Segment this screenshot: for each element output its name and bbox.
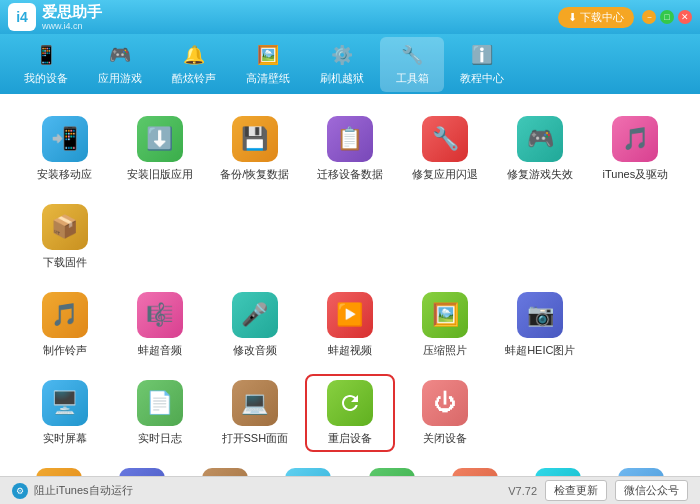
tool-icon-convert-heic: 📷 (517, 292, 563, 338)
tool-icon-convert-video: ▶️ (327, 292, 373, 338)
tool-icon-fix-game: 🎮 (517, 116, 563, 162)
tool-download-fw[interactable]: 📦 下载固件 (20, 198, 109, 276)
tool-fix-game[interactable]: 🎮 修复游戏失效 (496, 110, 585, 188)
tool-grid-row2: 🎵 制作铃声 🎼 蚌超音频 🎤 修改音频 ▶️ 蚌超视频 🖼️ 压缩照片 📷 蚌… (20, 286, 680, 364)
nav-label-apps: 应用游戏 (98, 71, 142, 86)
tool-open-ssh[interactable]: 💻 打开SSH面面 (210, 374, 299, 452)
nav-item-toolbox[interactable]: 🔧 工具箱 (380, 37, 444, 92)
tool-icon-backup: 💾 (232, 116, 278, 162)
tool-icon-compress-img: 🖼️ (422, 292, 468, 338)
maximize-button[interactable]: □ (660, 10, 674, 24)
tool-real-screen[interactable]: 🖥️ 实时屏幕 (20, 374, 109, 452)
main-content: 📲 安装移动应 ⬇️ 安装旧版应用 💾 备份/恢复数据 📋 迁移设备数据 🔧 修… (0, 94, 700, 476)
tool-make-ringtone[interactable]: 🎵 制作铃声 (20, 286, 109, 364)
app-name: 爱思助手 (42, 3, 102, 21)
tool-icon-make-ringtone: 🎵 (42, 292, 88, 338)
tool-label-convert-audio: 蚌超音频 (138, 343, 182, 358)
nav-label-toolbox: 工具箱 (396, 71, 429, 86)
tool-icon-restart-device (327, 380, 373, 426)
nav-icon-tutorial: ℹ️ (470, 43, 494, 67)
nav-icon-my-device: 📱 (34, 43, 58, 67)
tool-restart-device[interactable]: 重启设备 (305, 374, 394, 452)
tool-clean-trash[interactable]: 🗑️ 清理垃圾垃圾 (520, 462, 597, 476)
wechat-button[interactable]: 微信公众号 (615, 480, 688, 501)
tool-icon-install-old: ⬇️ (137, 116, 183, 162)
tool-label-convert-heic: 蚌超HEIC图片 (505, 343, 575, 358)
tool-label-convert-video: 蚌超视频 (328, 343, 372, 358)
tool-grid-row4: ⚙️ 屏蔽iOS更新 ⊞ 智理设备桌面 🔌 设备功能开关 🗑️ 删除顽固图标 🍎… (20, 462, 680, 476)
tool-label-real-log: 实时日志 (138, 431, 182, 446)
tool-install-old[interactable]: ⬇️ 安装旧版应用 (115, 110, 204, 188)
status-left: ⚙ 阻止iTunes自动运行 (12, 483, 133, 499)
tool-icon-install-app: 📲 (42, 116, 88, 162)
tool-fix-app[interactable]: 🔧 修复应用闪退 (401, 110, 490, 188)
logo-text-area: 爱思助手 www.i4.cn (42, 3, 102, 32)
tool-label-power-off: 关闭设备 (423, 431, 467, 446)
tool-icon-real-screen: 🖥️ (42, 380, 88, 426)
nav-item-wallpaper[interactable]: 🖼️ 高清壁纸 (232, 37, 304, 92)
tool-label-open-ssh: 打开SSH面面 (222, 431, 289, 446)
tool-label-fix-game: 修复游戏失效 (507, 167, 573, 182)
tool-toggle-func[interactable]: 🔌 设备功能开关 (187, 462, 264, 476)
tool-itunes[interactable]: 🎵 iTunes及驱动 (591, 110, 680, 188)
tool-compress-img[interactable]: 🖼️ 压缩照片 (401, 286, 490, 364)
tool-convert-video[interactable]: ▶️ 蚌超视频 (305, 286, 394, 364)
tool-icon-open-ssh: 💻 (232, 380, 278, 426)
check-update-button[interactable]: 检查更新 (545, 480, 607, 501)
tool-icon-clean-trash: 🗑️ (535, 468, 581, 476)
app-url: www.i4.cn (42, 21, 102, 32)
logo-area: i4 爱思助手 www.i4.cn (8, 3, 102, 32)
tool-icon-erase-data: 🍎 (369, 468, 415, 476)
tool-remove-icon[interactable]: 🗑️ 删除顽固图标 (270, 462, 347, 476)
nav-item-tutorial[interactable]: ℹ️ 教程中心 (446, 37, 518, 92)
close-button[interactable]: ✕ (678, 10, 692, 24)
tool-backup[interactable]: 💾 备份/恢复数据 (210, 110, 299, 188)
logo-icon: i4 (8, 3, 36, 31)
tool-label-restart-device: 重启设备 (328, 431, 372, 446)
version-label: V7.72 (508, 485, 537, 497)
tool-power-off[interactable]: ⏻ 关闭设备 (401, 374, 490, 452)
window-controls: － □ ✕ (642, 10, 692, 24)
tool-upgrade-ios[interactable]: ⚙️ 屏蔽iOS更新 (20, 462, 97, 476)
tool-icon-download-fw: 📦 (42, 204, 88, 250)
tool-manage-desktop[interactable]: ⊞ 智理设备桌面 (103, 462, 180, 476)
nav-item-my-device[interactable]: 📱 我的设备 (10, 37, 82, 92)
download-center-button[interactable]: ⬇ 下载中心 (558, 7, 634, 28)
tool-anti-flash[interactable]: 📲 反激活设备 (603, 462, 680, 476)
nav-icon-wallpaper: 🖼️ (256, 43, 280, 67)
tool-icon-upgrade-ios: ⚙️ (36, 468, 82, 476)
tool-label-itunes: iTunes及驱动 (603, 167, 669, 182)
tool-convert-audio[interactable]: 🎼 蚌超音频 (115, 286, 204, 364)
tool-icon-manage-desktop: ⊞ (119, 468, 165, 476)
tool-label-fix-app: 修复应用闪退 (412, 167, 478, 182)
status-right: V7.72 检查更新 微信公众号 (508, 480, 688, 501)
nav-item-ringtone[interactable]: 🔔 酷炫铃声 (158, 37, 230, 92)
tool-erase-data[interactable]: 🍎 抹除所有数据 (353, 462, 430, 476)
tool-grid-row3: 🖥️ 实时屏幕 📄 实时日志 💻 打开SSH面面 重启设备 ⏻ 关闭设备 (20, 374, 680, 452)
tool-recovery-mode[interactable]: 📱 进入恢复模式 (436, 462, 513, 476)
navbar: 📱 我的设备 🎮 应用游戏 🔔 酷炫铃声 🖼️ 高清壁纸 ⚙️ 刷机越狱 🔧 工… (0, 34, 700, 94)
tool-label-make-ringtone: 制作铃声 (43, 343, 87, 358)
nav-icon-ringtone: 🔔 (182, 43, 206, 67)
nav-item-jailbreak[interactable]: ⚙️ 刷机越狱 (306, 37, 378, 92)
tool-edit-audio[interactable]: 🎤 修改音频 (210, 286, 299, 364)
minimize-button[interactable]: － (642, 10, 656, 24)
tool-icon-real-log: 📄 (137, 380, 183, 426)
tool-convert-heic[interactable]: 📷 蚌超HEIC图片 (496, 286, 585, 364)
block-itunes-label: 阻止iTunes自动运行 (34, 483, 133, 498)
tool-icon-recovery-mode: 📱 (452, 468, 498, 476)
tool-icon-migrate: 📋 (327, 116, 373, 162)
tool-icon-convert-audio: 🎼 (137, 292, 183, 338)
tool-real-log[interactable]: 📄 实时日志 (115, 374, 204, 452)
tool-label-migrate: 迁移设备数据 (317, 167, 383, 182)
nav-icon-toolbox: 🔧 (400, 43, 424, 67)
nav-label-my-device: 我的设备 (24, 71, 68, 86)
nav-label-jailbreak: 刷机越狱 (320, 71, 364, 86)
tool-label-compress-img: 压缩照片 (423, 343, 467, 358)
tool-migrate[interactable]: 📋 迁移设备数据 (305, 110, 394, 188)
tool-label-download-fw: 下载固件 (43, 255, 87, 270)
nav-item-apps[interactable]: 🎮 应用游戏 (84, 37, 156, 92)
tool-label-real-screen: 实时屏幕 (43, 431, 87, 446)
tool-install-app[interactable]: 📲 安装移动应 (20, 110, 109, 188)
tool-icon-power-off: ⏻ (422, 380, 468, 426)
